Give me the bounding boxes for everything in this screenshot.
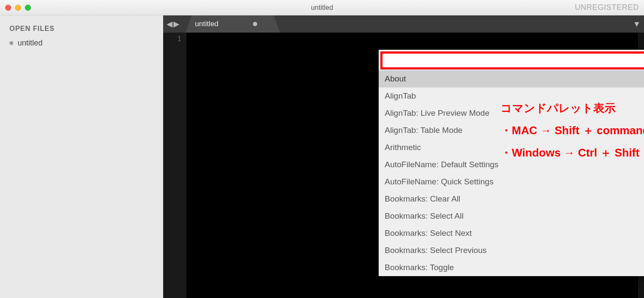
command-palette-list: About AlignTab AlignTab: Live Preview Mo… <box>379 70 644 276</box>
open-file-label: untitled <box>18 39 43 48</box>
palette-item-label: Bookmarks: Select All <box>385 211 464 221</box>
palette-item-bookmarks-clear-all[interactable]: Bookmarks: Clear All ⇧⌘F2 <box>379 190 644 208</box>
palette-item-bookmarks-toggle[interactable]: Bookmarks: Toggle ^⇧R <box>379 259 644 276</box>
palette-item-aligntab-table-mode[interactable]: AlignTab: Table Mode <box>379 122 644 139</box>
palette-item-label: Bookmarks: Toggle <box>385 263 454 272</box>
palette-item-aligntab[interactable]: AlignTab <box>379 87 644 105</box>
window-title: untitled <box>0 4 644 12</box>
palette-item-label: Bookmarks: Select Next <box>385 229 472 238</box>
tab-overflow-icon[interactable]: ▼ <box>633 20 641 29</box>
titlebar: untitled UNREGISTERED <box>0 0 644 15</box>
palette-item-label: About <box>385 74 406 84</box>
registration-status: UNREGISTERED <box>575 3 639 12</box>
minimize-window-button[interactable] <box>15 5 21 11</box>
close-window-button[interactable] <box>5 5 11 11</box>
command-palette: About AlignTab AlignTab: Live Preview Mo… <box>379 50 644 276</box>
palette-item-bookmarks-select-next[interactable]: Bookmarks: Select Next ^R <box>379 225 644 242</box>
palette-item-label: AutoFileName: Quick Settings <box>385 177 493 187</box>
palette-item-label: AlignTab: Table Mode <box>385 126 462 135</box>
palette-item-label: Bookmarks: Clear All <box>385 194 460 204</box>
palette-item-label: AutoFileName: Default Settings <box>385 160 498 169</box>
palette-item-bookmarks-select-all[interactable]: Bookmarks: Select All <box>379 208 644 225</box>
workspace: OPEN FILES untitled ◀ ▶ untitled ▼ 1 <box>0 15 644 298</box>
line-number-gutter: 1 <box>163 33 186 298</box>
palette-item-about[interactable]: About <box>379 70 644 87</box>
palette-item-bookmarks-select-previous[interactable]: Bookmarks: Select Previous ⇧F2 <box>379 242 644 259</box>
palette-item-label: Bookmarks: Select Previous <box>385 246 487 255</box>
tab-label: untitled <box>195 20 219 28</box>
tab-bar: ◀ ▶ untitled ▼ <box>163 15 644 33</box>
editor-area: ◀ ▶ untitled ▼ 1 About <box>163 15 644 298</box>
nav-forward-icon[interactable]: ▶ <box>173 19 179 29</box>
nav-back-icon[interactable]: ◀ <box>167 19 173 29</box>
sidebar: OPEN FILES untitled <box>0 15 163 298</box>
open-files-heading: OPEN FILES <box>9 25 154 33</box>
tab-dirty-indicator-icon <box>253 22 257 26</box>
palette-item-autofilename-quick[interactable]: AutoFileName: Quick Settings <box>379 173 644 190</box>
window-controls <box>5 5 31 11</box>
palette-item-aligntab-live-preview[interactable]: AlignTab: Live Preview Mode <box>379 105 644 122</box>
palette-item-label: AlignTab: Live Preview Mode <box>385 108 489 118</box>
zoom-window-button[interactable] <box>25 5 31 11</box>
command-palette-input[interactable] <box>380 51 644 69</box>
palette-item-label: AlignTab <box>385 91 416 101</box>
palette-item-label: Arithmetic <box>385 143 421 152</box>
tab-untitled[interactable]: untitled <box>185 15 280 33</box>
tab-history-nav: ◀ ▶ <box>167 19 179 29</box>
palette-item-autofilename-default[interactable]: AutoFileName: Default Settings <box>379 156 644 173</box>
palette-item-arithmetic[interactable]: Arithmetic <box>379 139 644 156</box>
line-number: 1 <box>163 35 181 43</box>
open-file-item[interactable]: untitled <box>9 39 154 48</box>
dirty-indicator-icon <box>9 41 13 45</box>
